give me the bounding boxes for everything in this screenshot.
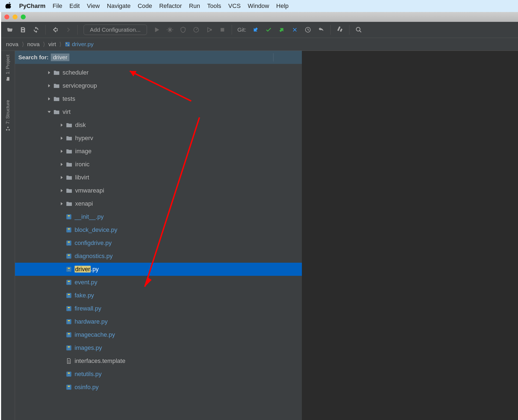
tree-row[interactable]: netutils.py bbox=[15, 368, 302, 381]
hide-icon[interactable] bbox=[289, 52, 299, 62]
crumb-file[interactable]: driver.py bbox=[65, 41, 93, 48]
menu-file[interactable]: File bbox=[53, 2, 62, 10]
tree-row[interactable]: hyperv bbox=[15, 132, 302, 145]
undo-icon[interactable] bbox=[316, 24, 326, 35]
tree-row[interactable]: image bbox=[15, 145, 302, 158]
attach-icon[interactable] bbox=[204, 24, 215, 35]
tree-row[interactable]: hardware.py bbox=[15, 315, 302, 328]
tree-row[interactable]: event.py bbox=[15, 276, 302, 289]
stop-icon[interactable] bbox=[217, 24, 228, 35]
file-label: diagnostics.py bbox=[75, 253, 113, 260]
folder-icon bbox=[66, 122, 72, 128]
crumb-item[interactable]: nova bbox=[27, 41, 40, 48]
svg-rect-22 bbox=[66, 319, 71, 324]
project-tab[interactable]: 1: Project bbox=[5, 51, 11, 85]
maximize-icon[interactable] bbox=[21, 14, 26, 19]
svg-point-7 bbox=[66, 43, 67, 44]
tree-row[interactable]: interfaces.template bbox=[15, 354, 302, 368]
tree-row[interactable]: block_device.py bbox=[15, 223, 302, 236]
menu-code[interactable]: Code bbox=[138, 2, 152, 10]
tree-row[interactable]: vmwareapi bbox=[15, 184, 302, 197]
apple-icon[interactable] bbox=[5, 2, 12, 10]
menu-edit[interactable]: Edit bbox=[69, 2, 80, 10]
chevron-right-icon[interactable] bbox=[45, 84, 53, 88]
menu-refactor[interactable]: Refactor bbox=[159, 2, 182, 10]
tree-row[interactable]: scheduler bbox=[15, 66, 302, 79]
chevron-right-icon[interactable] bbox=[45, 97, 53, 101]
chevron-right-icon[interactable] bbox=[45, 71, 53, 75]
chevron-right-icon: ⟩ bbox=[59, 41, 61, 48]
folder-label: servicegroup bbox=[63, 82, 97, 89]
menu-navigate[interactable]: Navigate bbox=[107, 2, 131, 10]
profile-icon[interactable] bbox=[191, 24, 202, 35]
chevron-right-icon[interactable] bbox=[58, 189, 66, 193]
tree-row[interactable]: ironic bbox=[15, 158, 302, 171]
git-commit-icon[interactable] bbox=[263, 24, 274, 35]
chevron-right-icon[interactable] bbox=[58, 149, 66, 153]
chevron-down-icon[interactable] bbox=[45, 110, 53, 114]
git-push-icon[interactable] bbox=[276, 24, 287, 35]
file-icon bbox=[66, 358, 72, 364]
gear-icon[interactable] bbox=[277, 52, 287, 62]
expand-all-icon[interactable] bbox=[261, 52, 271, 62]
left-gutter: 1: Project 7: Structure bbox=[1, 51, 15, 420]
window-titlebar[interactable] bbox=[1, 12, 518, 22]
project-tree[interactable]: schedulerservicegrouptestsvirtdiskhyperv… bbox=[15, 64, 302, 420]
tree-row[interactable]: imagecache.py bbox=[15, 328, 302, 341]
search-icon[interactable] bbox=[353, 24, 364, 35]
save-icon[interactable] bbox=[17, 24, 28, 35]
tree-row[interactable]: __init__.py bbox=[15, 210, 302, 223]
sync-icon[interactable] bbox=[31, 24, 42, 35]
tree-row[interactable]: servicegroup bbox=[15, 79, 302, 92]
forward-icon[interactable] bbox=[63, 24, 73, 35]
structure-tab[interactable]: 7: Structure bbox=[5, 96, 11, 135]
tree-row[interactable]: diagnostics.py bbox=[15, 250, 302, 263]
search-value[interactable]: driver bbox=[51, 54, 70, 61]
select-opened-file-icon[interactable] bbox=[250, 52, 260, 62]
chevron-right-icon[interactable] bbox=[58, 202, 66, 206]
tree-row[interactable]: driver.py bbox=[15, 263, 302, 276]
open-icon[interactable] bbox=[4, 24, 15, 35]
run-icon[interactable] bbox=[151, 24, 162, 35]
menu-run[interactable]: Run bbox=[189, 2, 200, 10]
tree-row[interactable]: libvirt bbox=[15, 171, 302, 184]
python-file-icon bbox=[66, 214, 72, 220]
svg-point-5 bbox=[356, 27, 360, 31]
run-config-button[interactable]: Add Configuration... bbox=[84, 25, 147, 35]
menu-vcs[interactable]: VCS bbox=[228, 2, 241, 10]
settings-icon[interactable] bbox=[334, 24, 345, 35]
tree-row[interactable]: disk bbox=[15, 119, 302, 132]
chevron-right-icon[interactable] bbox=[58, 136, 66, 140]
close-icon[interactable] bbox=[4, 14, 9, 19]
tree-row[interactable]: images.py bbox=[15, 341, 302, 354]
chevron-right-icon[interactable] bbox=[58, 123, 66, 127]
editor-area[interactable] bbox=[302, 51, 518, 420]
menu-view[interactable]: View bbox=[87, 2, 100, 10]
tree-row[interactable]: virt bbox=[15, 105, 302, 119]
history-icon[interactable] bbox=[302, 24, 313, 35]
menu-window[interactable]: Window bbox=[248, 2, 269, 10]
file-label: block_device.py bbox=[75, 226, 117, 233]
app-name[interactable]: PyCharm bbox=[19, 2, 46, 10]
chevron-right-icon[interactable] bbox=[58, 176, 66, 179]
git-update-icon[interactable] bbox=[250, 24, 261, 35]
git-rollback-icon[interactable] bbox=[289, 24, 300, 35]
menu-tools[interactable]: Tools bbox=[207, 2, 221, 10]
file-label: interfaces.template bbox=[75, 357, 125, 365]
tree-row[interactable]: firewall.py bbox=[15, 302, 302, 315]
main-area: 1: Project 7: Structure Search for: driv… bbox=[1, 51, 518, 420]
tree-row[interactable]: fake.py bbox=[15, 289, 302, 302]
crumb-item[interactable]: nova bbox=[6, 41, 19, 48]
debug-icon[interactable] bbox=[164, 24, 175, 35]
minimize-icon[interactable] bbox=[13, 14, 17, 19]
tree-row[interactable]: configdrive.py bbox=[15, 236, 302, 250]
menu-help[interactable]: Help bbox=[276, 2, 289, 10]
tree-row[interactable]: tests bbox=[15, 92, 302, 105]
chevron-right-icon[interactable] bbox=[58, 162, 66, 166]
tree-row[interactable]: osinfo.py bbox=[15, 381, 302, 394]
tree-row[interactable]: xenapi bbox=[15, 197, 302, 210]
python-file-icon bbox=[66, 319, 72, 325]
crumb-item[interactable]: virt bbox=[48, 41, 56, 48]
coverage-icon[interactable] bbox=[178, 24, 189, 35]
back-icon[interactable] bbox=[49, 24, 60, 35]
